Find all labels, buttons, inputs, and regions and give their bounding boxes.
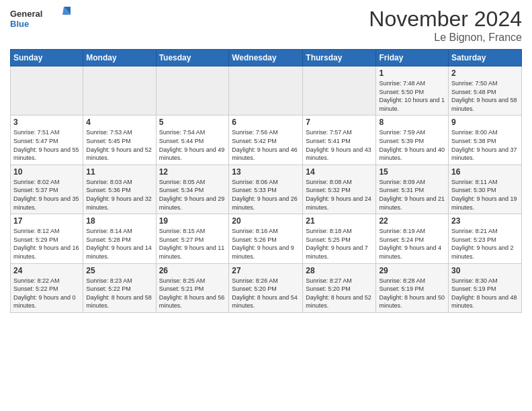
calendar-body: 1Sunrise: 7:48 AMSunset: 5:50 PMDaylight… — [11, 66, 522, 313]
main-title: November 2024 — [369, 7, 522, 32]
day-number-18: 18 — [86, 216, 152, 226]
week-row-1: 1Sunrise: 7:48 AMSunset: 5:50 PMDaylight… — [11, 66, 522, 116]
cell-w3-d5: 14Sunrise: 8:08 AMSunset: 5:32 PMDayligh… — [303, 165, 376, 214]
cell-w2-d5: 7Sunrise: 7:57 AMSunset: 5:41 PMDaylight… — [303, 116, 376, 165]
day-number-27: 27 — [232, 266, 300, 275]
calendar-table: Sunday Monday Tuesday Wednesday Thursday… — [10, 49, 522, 313]
day-number-19: 19 — [159, 216, 226, 226]
cell-w3-d7: 16Sunrise: 8:11 AMSunset: 5:30 PMDayligh… — [449, 165, 522, 214]
cell-w1-d1 — [11, 66, 83, 116]
day-info-25: Sunrise: 8:23 AMSunset: 5:22 PMDaylight:… — [86, 277, 152, 310]
cell-w2-d4: 6Sunrise: 7:56 AMSunset: 5:42 PMDaylight… — [229, 116, 303, 165]
day-number-9: 9 — [451, 118, 519, 127]
day-info-17: Sunrise: 8:12 AMSunset: 5:29 PMDaylight:… — [13, 227, 80, 261]
header-wednesday: Wednesday — [229, 50, 303, 66]
week-row-2: 3Sunrise: 7:51 AMSunset: 5:47 PMDaylight… — [11, 116, 522, 165]
cell-w4-d6: 22Sunrise: 8:19 AMSunset: 5:24 PMDayligh… — [376, 214, 449, 263]
day-number-23: 23 — [451, 216, 519, 226]
header-saturday: Saturday — [449, 50, 522, 66]
day-number-22: 22 — [379, 216, 445, 226]
day-number-24: 24 — [13, 266, 80, 275]
day-info-9: Sunrise: 8:00 AMSunset: 5:38 PMDaylight:… — [451, 128, 519, 162]
subtitle: Le Bignon, France — [369, 32, 522, 44]
cell-w4-d5: 21Sunrise: 8:18 AMSunset: 5:25 PMDayligh… — [303, 214, 376, 263]
cell-w2-d2: 4Sunrise: 7:53 AMSunset: 5:45 PMDaylight… — [83, 116, 156, 165]
day-number-10: 10 — [13, 167, 80, 177]
header-thursday: Thursday — [303, 50, 376, 66]
day-number-26: 26 — [159, 266, 226, 275]
cell-w5-d4: 27Sunrise: 8:26 AMSunset: 5:20 PMDayligh… — [229, 263, 303, 312]
day-info-4: Sunrise: 7:53 AMSunset: 5:45 PMDaylight:… — [86, 128, 152, 162]
week-row-4: 17Sunrise: 8:12 AMSunset: 5:29 PMDayligh… — [11, 214, 522, 263]
cell-w5-d6: 29Sunrise: 8:28 AMSunset: 5:19 PMDayligh… — [376, 263, 449, 312]
week-row-3: 10Sunrise: 8:02 AMSunset: 5:37 PMDayligh… — [11, 165, 522, 214]
day-info-18: Sunrise: 8:14 AMSunset: 5:28 PMDaylight:… — [86, 227, 152, 261]
day-info-11: Sunrise: 8:03 AMSunset: 5:36 PMDaylight:… — [86, 178, 152, 212]
day-number-13: 13 — [232, 167, 300, 177]
day-info-3: Sunrise: 7:51 AMSunset: 5:47 PMDaylight:… — [13, 128, 80, 162]
header-tuesday: Tuesday — [156, 50, 229, 66]
cell-w2-d1: 3Sunrise: 7:51 AMSunset: 5:47 PMDaylight… — [11, 116, 83, 165]
day-number-11: 11 — [86, 167, 152, 177]
cell-w1-d4 — [229, 66, 303, 116]
cell-w3-d2: 11Sunrise: 8:03 AMSunset: 5:36 PMDayligh… — [83, 165, 156, 214]
day-info-26: Sunrise: 8:25 AMSunset: 5:21 PMDaylight:… — [159, 277, 226, 310]
cell-w3-d1: 10Sunrise: 8:02 AMSunset: 5:37 PMDayligh… — [11, 165, 83, 214]
header-sunday: Sunday — [11, 50, 83, 66]
calendar-page: General Blue November 2024 Le Bignon, Fr… — [0, 0, 532, 411]
svg-text:Blue: Blue — [10, 19, 29, 29]
day-number-30: 30 — [451, 266, 519, 275]
logo-svg: General Blue — [10, 7, 71, 30]
day-info-8: Sunrise: 7:59 AMSunset: 5:39 PMDaylight:… — [379, 128, 445, 162]
day-info-21: Sunrise: 8:18 AMSunset: 5:25 PMDaylight:… — [306, 227, 373, 261]
day-info-19: Sunrise: 8:15 AMSunset: 5:27 PMDaylight:… — [159, 227, 226, 261]
title-block: November 2024 Le Bignon, France — [369, 7, 522, 44]
day-info-2: Sunrise: 7:50 AMSunset: 5:48 PMDaylight:… — [451, 79, 519, 113]
calendar-header: Sunday Monday Tuesday Wednesday Thursday… — [11, 50, 522, 66]
cell-w4-d1: 17Sunrise: 8:12 AMSunset: 5:29 PMDayligh… — [11, 214, 83, 263]
day-info-5: Sunrise: 7:54 AMSunset: 5:44 PMDaylight:… — [159, 128, 226, 162]
day-number-6: 6 — [232, 118, 300, 127]
day-number-5: 5 — [159, 118, 226, 127]
day-info-23: Sunrise: 8:21 AMSunset: 5:23 PMDaylight:… — [451, 227, 519, 261]
day-number-17: 17 — [13, 216, 80, 226]
cell-w4-d2: 18Sunrise: 8:14 AMSunset: 5:28 PMDayligh… — [83, 214, 156, 263]
cell-w4-d4: 20Sunrise: 8:16 AMSunset: 5:26 PMDayligh… — [229, 214, 303, 263]
cell-w4-d7: 23Sunrise: 8:21 AMSunset: 5:23 PMDayligh… — [449, 214, 522, 263]
cell-w1-d6: 1Sunrise: 7:48 AMSunset: 5:50 PMDaylight… — [376, 66, 449, 116]
svg-text:General: General — [10, 9, 42, 19]
day-info-10: Sunrise: 8:02 AMSunset: 5:37 PMDaylight:… — [13, 178, 80, 212]
cell-w2-d3: 5Sunrise: 7:54 AMSunset: 5:44 PMDaylight… — [156, 116, 229, 165]
week-row-5: 24Sunrise: 8:22 AMSunset: 5:22 PMDayligh… — [11, 263, 522, 312]
day-number-2: 2 — [451, 68, 519, 78]
cell-w3-d6: 15Sunrise: 8:09 AMSunset: 5:31 PMDayligh… — [376, 165, 449, 214]
day-number-25: 25 — [86, 266, 152, 275]
day-number-15: 15 — [379, 167, 445, 177]
day-info-24: Sunrise: 8:22 AMSunset: 5:22 PMDaylight:… — [13, 277, 80, 310]
day-number-7: 7 — [306, 118, 373, 127]
cell-w5-d1: 24Sunrise: 8:22 AMSunset: 5:22 PMDayligh… — [11, 263, 83, 312]
cell-w3-d3: 12Sunrise: 8:05 AMSunset: 5:34 PMDayligh… — [156, 165, 229, 214]
cell-w4-d3: 19Sunrise: 8:15 AMSunset: 5:27 PMDayligh… — [156, 214, 229, 263]
day-info-27: Sunrise: 8:26 AMSunset: 5:20 PMDaylight:… — [232, 277, 300, 310]
day-info-14: Sunrise: 8:08 AMSunset: 5:32 PMDaylight:… — [306, 178, 373, 212]
cell-w5-d5: 28Sunrise: 8:27 AMSunset: 5:20 PMDayligh… — [303, 263, 376, 312]
cell-w1-d3 — [156, 66, 229, 116]
day-number-21: 21 — [306, 216, 373, 226]
day-number-29: 29 — [379, 266, 445, 275]
day-info-29: Sunrise: 8:28 AMSunset: 5:19 PMDaylight:… — [379, 277, 445, 310]
day-number-1: 1 — [379, 68, 445, 78]
day-number-12: 12 — [159, 167, 226, 177]
header-row: Sunday Monday Tuesday Wednesday Thursday… — [11, 50, 522, 66]
day-info-28: Sunrise: 8:27 AMSunset: 5:20 PMDaylight:… — [306, 277, 373, 310]
cell-w1-d2 — [83, 66, 156, 116]
day-number-14: 14 — [306, 167, 373, 177]
day-info-6: Sunrise: 7:56 AMSunset: 5:42 PMDaylight:… — [232, 128, 300, 162]
cell-w2-d6: 8Sunrise: 7:59 AMSunset: 5:39 PMDaylight… — [376, 116, 449, 165]
day-info-30: Sunrise: 8:30 AMSunset: 5:19 PMDaylight:… — [451, 277, 519, 310]
cell-w3-d4: 13Sunrise: 8:06 AMSunset: 5:33 PMDayligh… — [229, 165, 303, 214]
day-number-8: 8 — [379, 118, 445, 127]
day-info-20: Sunrise: 8:16 AMSunset: 5:26 PMDaylight:… — [232, 227, 300, 261]
day-info-16: Sunrise: 8:11 AMSunset: 5:30 PMDaylight:… — [451, 178, 519, 212]
cell-w1-d7: 2Sunrise: 7:50 AMSunset: 5:48 PMDaylight… — [449, 66, 522, 116]
